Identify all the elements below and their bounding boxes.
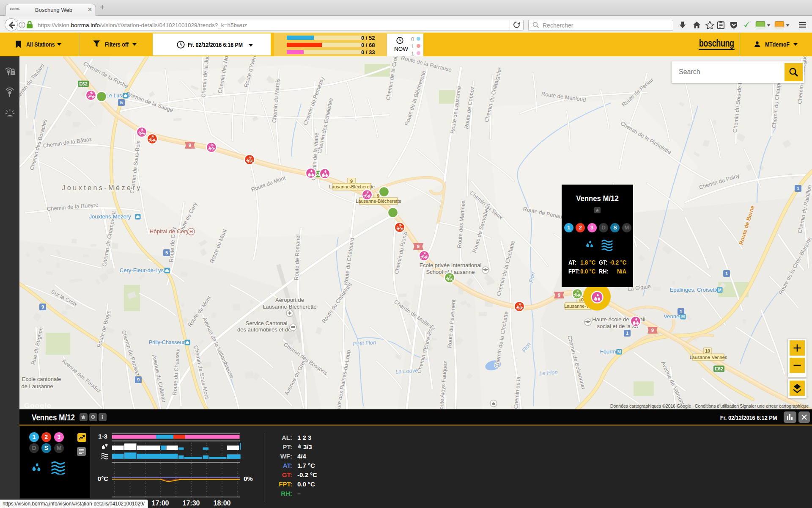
svg-text:0%: 0% bbox=[244, 475, 253, 482]
svg-text:9: 9 bbox=[41, 304, 44, 309]
svg-text:RH:: RH: bbox=[281, 490, 292, 497]
svg-text:de Lausanne: de Lausanne bbox=[21, 383, 53, 389]
svg-text:WF:: WF: bbox=[280, 453, 292, 460]
svg-text:Hôpital de Cery: Hôpital de Cery bbox=[149, 228, 189, 235]
svg-text:M: M bbox=[718, 288, 721, 293]
svg-text:FPT:: FPT: bbox=[279, 480, 292, 488]
svg-text:E62: E62 bbox=[79, 81, 88, 86]
svg-text:0.0 °C: 0.0 °C bbox=[297, 480, 315, 488]
svg-text:Lausanne-Vennes: Lausanne-Vennes bbox=[690, 355, 727, 360]
svg-text:9: 9 bbox=[189, 143, 191, 148]
svg-text:des automobiles et de...: des automobiles et de... bbox=[237, 326, 296, 333]
svg-text:Le Flon: Le Flon bbox=[539, 369, 558, 377]
svg-text:Fourmi: Fourmi bbox=[600, 348, 617, 355]
svg-text:Vennes: Vennes bbox=[664, 313, 682, 320]
svg-text:Lausanne-Blécherette: Lausanne-Blécherette bbox=[329, 184, 375, 189]
svg-text:1: 1 bbox=[797, 186, 799, 191]
svg-text:Prilly-Chasseur: Prilly-Chasseur bbox=[149, 340, 185, 345]
svg-text:Ecole privée International: Ecole privée International bbox=[420, 262, 482, 268]
svg-text:1: 1 bbox=[725, 271, 728, 276]
svg-text:GT:: GT: bbox=[282, 471, 292, 478]
svg-text:E62: E62 bbox=[715, 366, 723, 371]
svg-text:9: 9 bbox=[417, 244, 420, 249]
svg-text:M: M bbox=[617, 350, 621, 354]
svg-text:AL:: AL: bbox=[282, 434, 292, 441]
svg-text:Conditions d'utilisation: Conditions d'utilisation bbox=[695, 403, 739, 409]
svg-text:Lausanne-Blécherette: Lausanne-Blécherette bbox=[263, 304, 316, 310]
svg-text:AT:: AT: bbox=[283, 462, 292, 469]
svg-text:Signaler une erreur cartograph: Signaler une erreur cartographique bbox=[740, 403, 809, 409]
svg-text:–: – bbox=[297, 490, 301, 497]
svg-text:1: 1 bbox=[626, 331, 628, 336]
svg-text:Ecole cantonale: Ecole cantonale bbox=[22, 376, 61, 382]
svg-text:18:00: 18:00 bbox=[214, 500, 231, 507]
svg-text:5: 5 bbox=[120, 100, 123, 105]
svg-text:Epalinges, Croisettes: Epalinges, Croisettes bbox=[670, 287, 722, 293]
svg-text:Cery-Fleur-de-Lys: Cery-Fleur-de-Lys bbox=[120, 267, 164, 273]
svg-text:Aéroport de: Aéroport de bbox=[275, 297, 304, 303]
svg-text:17:00: 17:00 bbox=[152, 500, 169, 507]
svg-text:4/4: 4/4 bbox=[297, 453, 307, 460]
svg-text:Lausanne-Blécherette: Lausanne-Blécherette bbox=[356, 199, 401, 204]
svg-text:10: 10 bbox=[705, 348, 710, 353]
svg-text:5: 5 bbox=[165, 250, 168, 255]
svg-text:Service Cantonal: Service Cantonal bbox=[246, 320, 288, 326]
svg-text:1-3: 1-3 bbox=[98, 433, 107, 440]
svg-text:-0.2 °C: -0.2 °C bbox=[297, 471, 317, 478]
svg-text:9: 9 bbox=[350, 179, 353, 184]
svg-text:Jouxtens-Mézery: Jouxtens-Mézery bbox=[89, 213, 131, 220]
svg-text:3/3: 3/3 bbox=[303, 443, 312, 450]
svg-text:M: M bbox=[681, 315, 685, 319]
svg-text:17:30: 17:30 bbox=[183, 500, 200, 507]
svg-text:Google: Google bbox=[24, 402, 52, 409]
svg-text:9: 9 bbox=[558, 293, 560, 298]
svg-text:9: 9 bbox=[137, 377, 140, 382]
svg-text:1 2 3: 1 2 3 bbox=[297, 434, 311, 441]
svg-text:H: H bbox=[189, 229, 193, 234]
svg-text:1.7 °C: 1.7 °C bbox=[297, 462, 315, 469]
svg-text:9: 9 bbox=[651, 328, 654, 333]
svg-text:0°C: 0°C bbox=[98, 475, 108, 482]
svg-text:Jouxtens-Mézery: Jouxtens-Mézery bbox=[62, 184, 142, 191]
svg-text:PT:: PT: bbox=[283, 443, 293, 450]
svg-text:Données cartographiques ©2016: Données cartographiques ©2016 Google bbox=[610, 403, 691, 409]
